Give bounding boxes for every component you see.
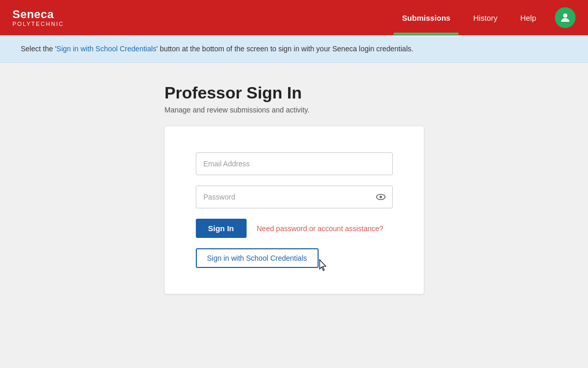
- svg-point-2: [379, 196, 382, 199]
- info-text-prefix: Select the ': [21, 45, 56, 53]
- page-title: Professor Sign In: [165, 83, 424, 103]
- school-creds-area: Sign in with School Credentials: [196, 248, 393, 268]
- page-subtitle: Manage and review submissions and activi…: [165, 106, 424, 114]
- logo-seneca: Seneca: [12, 8, 64, 21]
- logo-polytechnic: POLYTECHNIC: [12, 21, 64, 27]
- info-banner: Select the 'Sign in with School Credenti…: [0, 35, 588, 63]
- password-wrapper: [196, 186, 393, 208]
- user-avatar-button[interactable]: [555, 7, 576, 28]
- signin-card: Sign In Need password or account assista…: [165, 126, 424, 294]
- nav-help[interactable]: Help: [512, 10, 544, 25]
- nav-submissions[interactable]: Submissions: [394, 10, 458, 25]
- main-content: Professor Sign In Manage and review subm…: [0, 63, 588, 353]
- logo: Seneca POLYTECHNIC: [12, 8, 64, 27]
- eye-icon: [375, 191, 386, 203]
- password-group: [196, 186, 393, 208]
- info-link-text: Sign in with School Credentials: [56, 45, 156, 53]
- svg-point-0: [563, 13, 567, 18]
- nav-history[interactable]: History: [465, 10, 506, 25]
- password-input[interactable]: [196, 186, 393, 208]
- page-title-area: Professor Sign In Manage and review subm…: [165, 83, 424, 114]
- email-group: [196, 152, 393, 175]
- email-input[interactable]: [196, 152, 393, 175]
- info-text-suffix: ' button at the bottom of the screen to …: [156, 45, 413, 53]
- header: Seneca POLYTECHNIC Submissions History H…: [0, 0, 588, 35]
- school-creds-wrapper: Sign in with School Credentials: [196, 248, 319, 268]
- signin-button[interactable]: Sign In: [196, 219, 247, 238]
- toggle-password-button[interactable]: [375, 191, 386, 203]
- nav-items: Submissions History Help: [394, 7, 576, 28]
- school-credentials-button[interactable]: Sign in with School Credentials: [196, 248, 319, 268]
- help-link[interactable]: Need password or account assistance?: [257, 224, 383, 233]
- actions-row: Sign In Need password or account assista…: [196, 219, 393, 238]
- cursor-pointer-icon: [318, 259, 328, 273]
- user-icon: [559, 11, 571, 24]
